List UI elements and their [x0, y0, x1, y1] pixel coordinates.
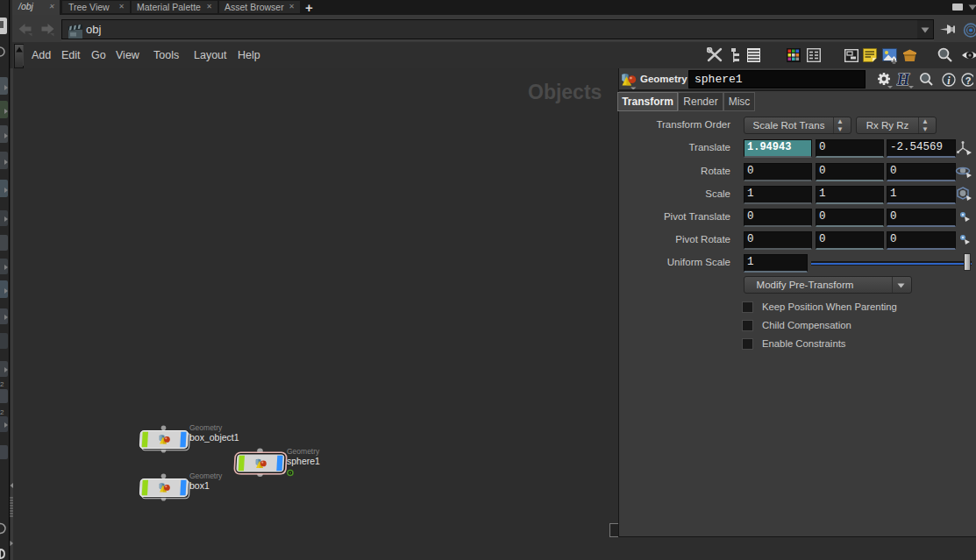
- svg-text:?: ?: [965, 75, 972, 86]
- svg-text:2: 2: [0, 380, 4, 388]
- svg-text:H: H: [896, 72, 910, 89]
- svg-text:2: 2: [0, 408, 4, 416]
